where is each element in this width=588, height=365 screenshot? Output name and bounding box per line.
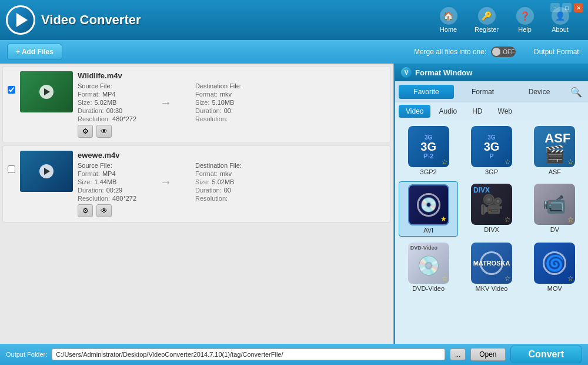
restore-button[interactable]: □ [562, 3, 572, 12]
star-badge-mkv: ☆ [505, 274, 511, 283]
format-icon-asf: ASF 🎬 ☆ [534, 126, 575, 167]
source-format-0: Format: MP4 [78, 91, 136, 98]
format-label-avi: AVI [423, 227, 433, 234]
star-badge-3gp2: ☆ [442, 158, 448, 166]
file-item-0: Wildlife.m4v Source File: Format: MP4 Si… [2, 66, 391, 143]
file-thumbnail-1 [20, 151, 73, 192]
source-format-val-0: MP4 [102, 91, 116, 98]
format-icon-3gp2: 3G 3G P-2 ☆ [408, 126, 449, 167]
format-label-mkv: MKV Video [476, 285, 508, 292]
help-icon: ❓ [516, 7, 534, 25]
minimize-button[interactable]: − [550, 3, 560, 12]
format-grid: 3G 3G P-2 ☆ 3GP2 3G 3G P [399, 124, 584, 294]
format-item-asf[interactable]: ASF 🎬 ☆ ASF [525, 124, 584, 178]
star-badge-dvd: ☆ [442, 274, 448, 283]
source-meta-0: Source File: Format: MP4 Size: 5.02MB Du… [78, 82, 136, 122]
nav-home[interactable]: 🏠 Home [432, 4, 465, 36]
format-item-dv[interactable]: 📹 ☆ DV [525, 181, 584, 237]
format-label-dvd: DVD-Video [412, 285, 445, 292]
preview-button-0[interactable]: 👁 [96, 125, 112, 138]
format-icon-mov: 🌀 ☆ [534, 243, 575, 284]
arrow-1: → [154, 162, 178, 202]
source-duration-0: Duration: 00:30 [78, 107, 136, 114]
file-info-1: ewewe.m4v Source File: Format: MP4 Size:… [78, 151, 386, 217]
source-file-label: Source File: [78, 82, 112, 89]
format-subtabs: Video Audio HD Web [395, 102, 588, 120]
format-label-3gp2: 3GP2 [420, 168, 437, 175]
format-item-3gp[interactable]: 3G 3G P ☆ 3GP [462, 124, 521, 178]
subtab-video[interactable]: Video [399, 105, 430, 118]
merge-section: Merge all files into one: OFF [414, 47, 516, 57]
format-window: V Format Window Favorite Format Device 🔍… [394, 64, 588, 344]
file-actions-0: ⚙ 👁 [78, 125, 386, 138]
app-logo-play [14, 13, 28, 27]
play-icon-0 [39, 85, 54, 99]
main-area: Wildlife.m4v Source File: Format: MP4 Si… [0, 64, 588, 344]
convert-button[interactable]: Convert [510, 346, 582, 363]
format-label-asf: ASF [549, 168, 561, 175]
toolbar: + Add Files Merge all files into one: OF… [0, 40, 588, 64]
file-checkbox-0[interactable] [8, 86, 15, 94]
file-meta-1: Source File: Format: MP4 Size: 1.44MB Du… [78, 162, 386, 202]
source-meta-1: Source File: Format: MP4 Size: 1.44MB Du… [78, 162, 136, 202]
format-grid-area: 3G 3G P-2 ☆ 3GP2 3G 3G P [395, 120, 588, 344]
subtab-audio[interactable]: Audio [432, 105, 464, 118]
format-item-dvd[interactable]: DVD-Video 💿 ☆ DVD-Video [399, 240, 458, 294]
register-icon: 🔑 [478, 7, 496, 25]
format-item-mkv[interactable]: MATROSKA ☆ MKV Video [462, 240, 521, 294]
close-button[interactable]: ✕ [574, 3, 583, 12]
search-button[interactable]: 🔍 [568, 84, 584, 100]
merge-label: Merge all files into one: [414, 48, 486, 56]
format-icon-avi: 💿 ★ [408, 184, 449, 225]
source-label-0: Source File: [78, 82, 136, 89]
format-label-3gp: 3GP [485, 168, 498, 175]
format-tabs: Favorite Format Device 🔍 [395, 81, 588, 102]
bottom-bar: Output Folder: C:/Users/Administrator/De… [0, 344, 588, 365]
format-item-3gp2[interactable]: 3G 3G P-2 ☆ 3GP2 [399, 124, 458, 178]
file-list: Wildlife.m4v Source File: Format: MP4 Si… [0, 64, 394, 344]
tab-favorite[interactable]: Favorite [399, 85, 454, 99]
toggle-knob [492, 48, 500, 56]
nav-help[interactable]: ❓ Help [509, 4, 541, 36]
preview-button-1[interactable]: 👁 [96, 204, 112, 217]
format-label-mov: MOV [547, 285, 562, 292]
format-icon-dv: 📹 ☆ [534, 184, 575, 225]
settings-button-0[interactable]: ⚙ [78, 125, 93, 138]
subtab-hd[interactable]: HD [465, 105, 489, 118]
star-badge-3gp: ☆ [505, 158, 511, 166]
format-icon-dvd: DVD-Video 💿 ☆ [408, 243, 449, 284]
file-actions-1: ⚙ 👁 [78, 204, 386, 217]
format-label-divx: DIVX [484, 226, 499, 233]
format-icon-divx: 🎥 DIVX ☆ [471, 184, 512, 225]
source-size-val-0: 5.02MB [94, 99, 116, 106]
format-item-mov[interactable]: 🌀 ☆ MOV [525, 240, 584, 294]
open-button[interactable]: Open [470, 348, 505, 361]
format-item-avi[interactable]: 💿 ★ AVI [399, 181, 458, 237]
format-logo: V [401, 67, 412, 78]
tab-device[interactable]: Device [512, 85, 567, 99]
format-item-divx[interactable]: 🎥 DIVX ☆ DIVX [462, 181, 521, 237]
nav-register[interactable]: 🔑 Register [467, 4, 506, 36]
format-label-dv: DV [550, 226, 559, 233]
settings-button-1[interactable]: ⚙ [78, 204, 93, 217]
source-resolution-0: Resolution: 480*272 [78, 115, 136, 122]
mkv-inner-circle: MATROSKA [480, 251, 503, 275]
star-badge-divx: ☆ [505, 215, 511, 224]
dest-meta-1: Destination File: Format: mkv Size: 5.02… [195, 162, 242, 202]
mov-inner-circle: 🌀 [543, 251, 566, 275]
format-icon-3gp: 3G 3G P ☆ [471, 126, 512, 167]
file-checkbox-1[interactable] [8, 165, 15, 173]
app-title: Video Converter [41, 12, 432, 28]
file-name-1: ewewe.m4v [78, 151, 386, 160]
browse-button[interactable]: ... [450, 349, 466, 360]
output-format-label: Output Format: [533, 48, 581, 56]
merge-toggle[interactable]: OFF [491, 47, 516, 57]
window-controls: − □ ✕ [550, 3, 583, 12]
tab-format[interactable]: Format [455, 85, 510, 99]
add-files-button[interactable]: + Add Files [7, 44, 62, 60]
output-folder-label: Output Folder: [6, 351, 47, 358]
format-icon-mkv: MATROSKA ☆ [471, 243, 512, 284]
subtab-web[interactable]: Web [491, 105, 519, 118]
file-name-0: Wildlife.m4v [78, 71, 386, 80]
dest-meta-0: Destination File: Format: mkv Size: 5.10… [195, 82, 242, 122]
